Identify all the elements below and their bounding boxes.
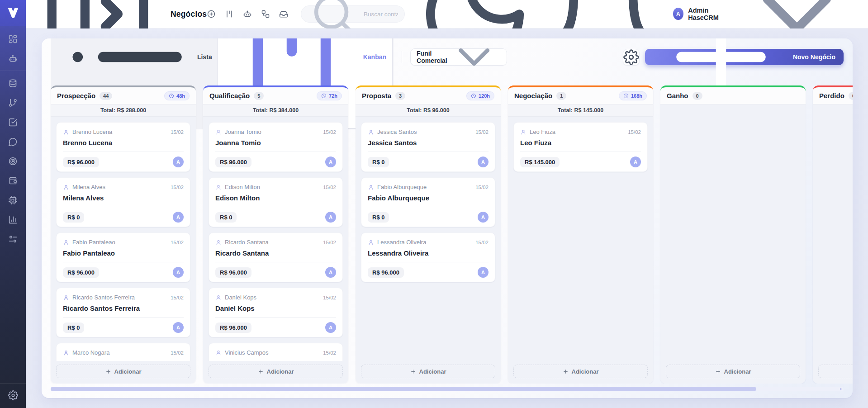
sidebar-item-dashboard[interactable] <box>0 34 26 44</box>
deal-card[interactable]: Milena Alves15/02Milena AlvesR$ 0A <box>56 177 190 227</box>
plus-icon <box>105 369 111 375</box>
avatar: A <box>673 8 684 20</box>
card-contact: Leo Fiuza <box>520 128 555 135</box>
add-card-button[interactable]: Adicionar <box>361 365 495 378</box>
card-contact: Marco Nogara <box>63 349 109 356</box>
column-body: Brenno Lucena15/02Brenno LucenaR$ 96.000… <box>51 117 196 361</box>
card-date: 15/02 <box>628 129 641 135</box>
card-title: Fabio Pantaleao <box>63 249 184 257</box>
view-list-label: Lista <box>197 53 212 61</box>
column-sla-badge: 168h <box>619 91 647 100</box>
card-contact: Fabio Alburqueque <box>368 184 427 190</box>
wallet-icon <box>8 176 18 185</box>
inbox-button[interactable] <box>279 9 288 19</box>
card-date: 15/02 <box>323 185 336 190</box>
card-title: Joanna Tomio <box>215 139 336 147</box>
kanban-column: Proposta3120hTotal: R$ 96.000Jessica San… <box>356 85 501 384</box>
deal-card[interactable]: Fabio Pantaleao15/02Fabio PantaleaoR$ 96… <box>56 232 190 282</box>
topbar: Negócios A Admin HaseCRM <box>26 0 868 28</box>
deal-card[interactable]: Lessandra Oliveira15/02Lessandra Oliveir… <box>361 232 495 282</box>
card-value-badge: R$ 0 <box>368 212 389 223</box>
card-owner-avatar: A <box>173 212 184 223</box>
add-card-button[interactable]: Adicionar <box>818 365 853 378</box>
column-header: Qualificação572h <box>203 85 348 104</box>
bot-button[interactable] <box>243 9 252 19</box>
add-card-button[interactable]: Adicionar <box>209 365 343 378</box>
scroll-right-arrow-icon[interactable] <box>840 388 842 390</box>
column-footer: Adicionar <box>813 361 853 384</box>
pipeline-select[interactable]: Funil Comercial <box>410 48 507 66</box>
deal-card[interactable]: Ricardo Santos Ferreira15/02Ricardo Sant… <box>56 288 190 337</box>
sidebar-item-settings[interactable] <box>0 390 26 401</box>
user-icon <box>215 350 222 356</box>
plus-icon <box>563 369 569 375</box>
deal-card[interactable]: Edison Milton15/02Edison MiltonR$ 0A <box>209 177 343 227</box>
user-icon <box>368 239 374 246</box>
card-contact-name: Fabio Alburqueque <box>377 184 427 190</box>
tasks-icon <box>8 118 18 127</box>
card-divider <box>63 152 184 152</box>
kanban-button[interactable] <box>225 9 234 19</box>
clock-icon <box>321 93 327 99</box>
card-contact-name: Vinicius Campos <box>225 349 269 356</box>
deal-card[interactable]: Ricardo Santana15/02Ricardo SantanaR$ 96… <box>209 232 343 282</box>
card-title: Daniel Kops <box>215 304 336 312</box>
sidebar-item-git-branch[interactable] <box>0 98 26 108</box>
sidebar-item-cpu[interactable] <box>0 195 26 205</box>
new-deal-button[interactable]: Novo Negócio <box>645 49 844 65</box>
deal-card[interactable]: Fabio Alburqueque15/02Fabio AlburquequeR… <box>361 177 495 227</box>
column-body: Joanna Tomio15/02Joanna TomioR$ 96.000AE… <box>203 117 348 361</box>
card-contact: Ricardo Santana <box>215 239 269 246</box>
card-date: 15/02 <box>323 240 336 245</box>
add-card-button[interactable]: Adicionar <box>56 365 190 378</box>
clock-icon <box>623 93 629 99</box>
user-icon <box>215 239 222 246</box>
deal-card[interactable]: Joanna Tomio15/02Joanna TomioR$ 96.000A <box>209 122 343 172</box>
deal-card[interactable]: Jessica Santos15/02Jessica SantosR$ 0A <box>361 122 495 172</box>
card-divider <box>368 152 489 152</box>
sidebar-item-wallet[interactable] <box>0 176 26 185</box>
clock-icon <box>169 93 174 99</box>
sidebar-item-tasks[interactable] <box>0 117 26 127</box>
card-title: Lessandra Oliveira <box>368 249 489 257</box>
deal-card[interactable]: Daniel Kops15/02Daniel KopsR$ 96.000A <box>209 288 343 337</box>
sidebar-item-database[interactable] <box>0 78 26 88</box>
card-owner-avatar: A <box>173 322 184 333</box>
sidebar-item-filters[interactable] <box>0 234 26 244</box>
user-name: Admin HaseCRM <box>688 7 734 21</box>
column-name: Proposta <box>362 92 391 100</box>
workflow-button[interactable] <box>261 9 270 19</box>
add-card-button[interactable]: Adicionar <box>513 365 648 378</box>
deal-card[interactable]: Marco Nogara15/02Marco Nogara <box>56 343 190 361</box>
board-settings-button[interactable] <box>623 49 640 66</box>
sidebar-item-reports[interactable] <box>0 214 26 224</box>
card-contact-name: Leo Fiuza <box>530 128 555 135</box>
sidebar-item-chat[interactable] <box>0 137 26 147</box>
column-count-badge: 5 <box>254 92 264 100</box>
card-date: 15/02 <box>171 295 184 300</box>
card-contact-name: Lessandra Oliveira <box>377 239 426 246</box>
add-card-button[interactable]: Adicionar <box>666 365 800 378</box>
sidebar-item-target[interactable] <box>0 156 26 166</box>
column-name: Ganho <box>667 92 688 100</box>
card-contact: Lessandra Oliveira <box>368 239 426 246</box>
deal-card[interactable]: Vinicius Campos15/02Vinicius Campos <box>209 343 343 361</box>
global-search <box>301 5 405 23</box>
deal-card[interactable]: Brenno Lucena15/02Brenno LucenaR$ 96.000… <box>56 122 190 172</box>
deal-card[interactable]: Leo Fiuza15/02Leo FiuzaR$ 145.000A <box>513 122 648 172</box>
sidebar-item-bot[interactable] <box>0 53 26 63</box>
search-input[interactable] <box>364 11 398 18</box>
user-icon <box>215 129 222 135</box>
horizontal-scrollbar-thumb[interactable] <box>51 387 756 391</box>
card-divider <box>215 152 336 152</box>
card-title: Ricardo Santana <box>215 249 336 257</box>
column-total: Total: R$ 96.000 <box>356 104 501 117</box>
card-owner-avatar: A <box>173 267 184 278</box>
cpu-icon <box>8 195 18 205</box>
add-icon <box>207 9 216 19</box>
kanban-column: Qualificação572hTotal: R$ 384.000Joanna … <box>203 85 348 384</box>
column-sla-label: 120h <box>479 93 490 99</box>
add-button[interactable] <box>207 9 216 19</box>
brand-logo[interactable] <box>0 0 26 26</box>
inbox-icon <box>279 9 288 19</box>
